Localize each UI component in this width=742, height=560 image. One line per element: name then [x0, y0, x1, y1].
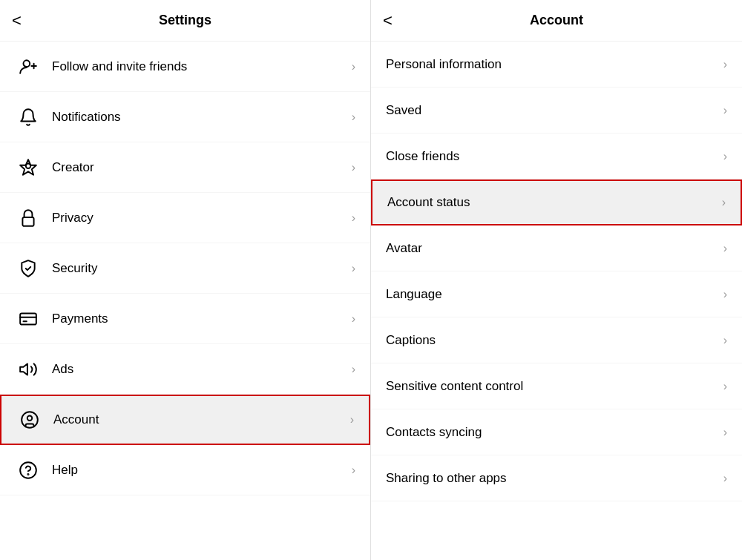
contacts-syncing-label: Contacts syncing: [386, 425, 723, 440]
personal-information-label: Personal information: [386, 57, 723, 72]
account-header: < Account: [371, 0, 742, 42]
account-item-personal-information[interactable]: Personal information ›: [371, 42, 742, 88]
settings-title: Settings: [159, 13, 211, 28]
help-chevron: ›: [352, 464, 355, 477]
svg-marker-3: [20, 159, 36, 175]
account-label: Account: [53, 412, 350, 427]
account-item-captions[interactable]: Captions ›: [371, 317, 742, 363]
avatar-chevron: ›: [723, 242, 727, 255]
help-label: Help: [52, 463, 352, 478]
settings-item-follow[interactable]: Follow and invite friends ›: [0, 42, 370, 92]
creator-icon: [15, 154, 42, 181]
follow-icon: [15, 53, 42, 80]
svg-point-10: [22, 412, 38, 428]
svg-point-4: [26, 163, 31, 168]
settings-item-privacy[interactable]: Privacy ›: [0, 193, 370, 243]
account-panel: < Account Personal information › Saved ›…: [371, 0, 742, 560]
language-label: Language: [386, 287, 723, 302]
svg-point-12: [20, 462, 36, 478]
payments-chevron: ›: [352, 312, 355, 326]
account-item-avatar[interactable]: Avatar ›: [371, 225, 742, 271]
notification-icon: [15, 104, 42, 131]
settings-panel: < Settings Follow and invite friends ›: [0, 0, 371, 560]
account-item-sharing[interactable]: Sharing to other apps ›: [371, 455, 742, 501]
svg-rect-5: [22, 217, 33, 225]
svg-point-11: [27, 416, 33, 421]
account-item-contacts-syncing[interactable]: Contacts syncing ›: [371, 409, 742, 455]
account-item-saved[interactable]: Saved ›: [371, 88, 742, 134]
sensitive-content-chevron: ›: [723, 380, 727, 393]
svg-point-13: [27, 473, 28, 474]
ads-chevron: ›: [352, 363, 355, 376]
settings-item-account[interactable]: Account ›: [0, 395, 370, 445]
close-friends-label: Close friends: [386, 149, 723, 164]
account-item-close-friends[interactable]: Close friends ›: [371, 134, 742, 179]
security-icon: [15, 255, 42, 282]
account-back-button[interactable]: <: [383, 11, 393, 30]
contacts-syncing-chevron: ›: [723, 426, 727, 439]
settings-back-button[interactable]: <: [12, 11, 22, 30]
notifications-label: Notifications: [52, 110, 352, 125]
personal-information-chevron: ›: [723, 58, 727, 71]
account-chevron: ›: [350, 413, 354, 426]
svg-marker-9: [20, 363, 27, 375]
account-status-chevron: ›: [722, 196, 726, 209]
sensitive-content-label: Sensitive content control: [386, 379, 723, 394]
help-icon: [15, 457, 42, 484]
account-title: Account: [530, 13, 583, 28]
payments-label: Payments: [52, 312, 352, 326]
close-friends-chevron: ›: [723, 150, 727, 163]
account-menu-list: Personal information › Saved › Close fri…: [371, 42, 742, 560]
privacy-chevron: ›: [352, 211, 355, 225]
sharing-chevron: ›: [723, 472, 727, 485]
account-status-label: Account status: [387, 195, 722, 210]
saved-chevron: ›: [723, 104, 727, 117]
settings-item-payments[interactable]: Payments ›: [0, 294, 370, 344]
follow-label: Follow and invite friends: [52, 59, 352, 74]
notifications-chevron: ›: [352, 111, 355, 124]
settings-item-help[interactable]: Help ›: [0, 445, 370, 495]
payments-icon: [15, 306, 42, 332]
captions-label: Captions: [386, 333, 723, 348]
settings-item-ads[interactable]: Ads ›: [0, 344, 370, 395]
follow-chevron: ›: [352, 60, 355, 73]
settings-item-notifications[interactable]: Notifications ›: [0, 92, 370, 142]
privacy-label: Privacy: [52, 211, 352, 225]
sharing-label: Sharing to other apps: [386, 471, 723, 486]
captions-chevron: ›: [723, 334, 727, 347]
creator-chevron: ›: [352, 161, 355, 174]
settings-header: < Settings: [0, 0, 370, 42]
ads-label: Ads: [52, 362, 352, 377]
avatar-label: Avatar: [386, 241, 723, 256]
account-icon: [16, 406, 43, 433]
security-chevron: ›: [352, 262, 355, 275]
svg-rect-6: [20, 313, 36, 324]
privacy-icon: [15, 205, 42, 231]
account-item-sensitive-content[interactable]: Sensitive content control ›: [371, 363, 742, 409]
language-chevron: ›: [723, 288, 727, 301]
account-item-language[interactable]: Language ›: [371, 271, 742, 317]
creator-label: Creator: [52, 160, 352, 175]
security-label: Security: [52, 261, 352, 276]
settings-menu-list: Follow and invite friends › Notification…: [0, 42, 370, 560]
account-item-account-status[interactable]: Account status ›: [371, 179, 742, 225]
settings-item-security[interactable]: Security ›: [0, 243, 370, 294]
ads-icon: [15, 356, 42, 383]
settings-item-creator[interactable]: Creator ›: [0, 142, 370, 193]
saved-label: Saved: [386, 103, 723, 118]
svg-point-0: [24, 60, 30, 67]
